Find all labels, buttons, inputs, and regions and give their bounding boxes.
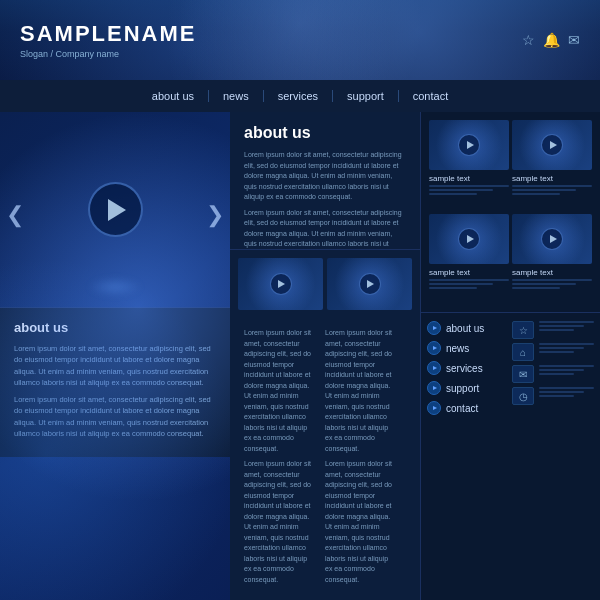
icon-text-4 bbox=[539, 387, 594, 397]
sample-thumb-4[interactable] bbox=[512, 214, 592, 264]
line bbox=[512, 279, 592, 281]
mail-icon-box[interactable]: ✉ bbox=[512, 365, 534, 383]
main-content: ❮ ❯ about us Lorem ipsum dolor sit amet,… bbox=[0, 112, 600, 600]
play-btn-sample-1[interactable] bbox=[458, 134, 480, 156]
line bbox=[512, 189, 576, 191]
line bbox=[429, 283, 493, 285]
middle-para-1: Lorem ipsum dolor sit amet, consectetur … bbox=[244, 150, 406, 203]
sample-item-2: sample text bbox=[512, 120, 592, 211]
middle-bottom-col2: Lorem ipsum dolor sit amet, consectetur … bbox=[325, 328, 406, 590]
menu-label-about: about us bbox=[446, 323, 484, 334]
header: SAMPLENAME Slogan / Company name ☆ 🔔 ✉ bbox=[0, 0, 600, 80]
play-btn-small-2[interactable] bbox=[359, 273, 381, 295]
middle-content: about us Lorem ipsum dolor sit amet, con… bbox=[230, 112, 420, 600]
sample-lines-3 bbox=[429, 279, 509, 289]
icon-text-2 bbox=[539, 343, 594, 353]
menu-label-contact: contact bbox=[446, 403, 478, 414]
play-btn-sample-3[interactable] bbox=[458, 228, 480, 250]
thumb-grid bbox=[230, 250, 420, 318]
about-text-1: Lorem ipsum dolor sit amet, consectetur … bbox=[14, 343, 216, 388]
sample-thumb-1[interactable] bbox=[429, 120, 509, 170]
right-top-grid: sample text sample text bbox=[421, 112, 600, 312]
sample-label-3: sample text bbox=[429, 268, 509, 277]
nav-services[interactable]: services bbox=[264, 90, 333, 102]
header-icons: ☆ 🔔 ✉ bbox=[522, 32, 580, 48]
main-nav: about us news services support contact bbox=[0, 80, 600, 112]
menu-arrow-icon bbox=[427, 401, 441, 415]
bottom-col2-text2: Lorem ipsum dolor sit amet, consectetur … bbox=[325, 459, 396, 585]
middle-bottom: Lorem ipsum dolor sit amet, consectetur … bbox=[230, 318, 420, 600]
star-icon-box[interactable]: ☆ bbox=[512, 321, 534, 339]
arrow-right[interactable]: ❯ bbox=[206, 202, 224, 228]
line bbox=[429, 279, 509, 281]
sample-label-1: sample text bbox=[429, 174, 509, 183]
sample-lines-2 bbox=[512, 185, 592, 195]
nav-contact[interactable]: contact bbox=[399, 90, 462, 102]
middle-section-title: about us bbox=[244, 124, 406, 142]
menu-label-news: news bbox=[446, 343, 469, 354]
arrow-left[interactable]: ❮ bbox=[6, 202, 24, 228]
play-btn-sample-2[interactable] bbox=[541, 134, 563, 156]
icon-row-4: ◷ bbox=[512, 387, 594, 405]
menu-arrow-icon bbox=[427, 341, 441, 355]
thumb-2[interactable] bbox=[327, 258, 412, 310]
nav-support[interactable]: support bbox=[333, 90, 399, 102]
icon-row-3: ✉ bbox=[512, 365, 594, 383]
bell-icon[interactable]: 🔔 bbox=[543, 32, 560, 48]
mail-icon[interactable]: ✉ bbox=[568, 32, 580, 48]
star-icon: ☆ bbox=[519, 325, 528, 336]
line bbox=[512, 185, 592, 187]
sample-item-1: sample text bbox=[429, 120, 509, 211]
menu-arrow-icon bbox=[427, 361, 441, 375]
line bbox=[512, 287, 560, 289]
clock-icon: ◷ bbox=[519, 391, 528, 402]
star-icon[interactable]: ☆ bbox=[522, 32, 535, 48]
line bbox=[539, 395, 574, 397]
icon-row-1: ☆ bbox=[512, 321, 594, 339]
menu-arrow-icon bbox=[427, 381, 441, 395]
sample-thumb-2[interactable] bbox=[512, 120, 592, 170]
right-menu-news[interactable]: news bbox=[427, 341, 500, 355]
middle-top: about us Lorem ipsum dolor sit amet, con… bbox=[230, 112, 420, 250]
icon-text-1 bbox=[539, 321, 594, 331]
menu-label-services: services bbox=[446, 363, 483, 374]
line bbox=[429, 287, 477, 289]
bottom-col1-text1: Lorem ipsum dolor sit amet, consectetur … bbox=[244, 328, 315, 454]
line bbox=[539, 329, 574, 331]
slider-area: ❮ ❯ about us Lorem ipsum dolor sit amet,… bbox=[0, 112, 230, 600]
right-icons-section: ☆ ⌂ bbox=[506, 313, 600, 600]
line bbox=[539, 387, 594, 389]
thumb-1[interactable] bbox=[238, 258, 323, 310]
right-menu-about[interactable]: about us bbox=[427, 321, 500, 335]
slider-reflection bbox=[88, 277, 143, 297]
play-button-large[interactable] bbox=[88, 182, 143, 237]
line bbox=[539, 351, 574, 353]
play-btn-sample-4[interactable] bbox=[541, 228, 563, 250]
about-section-left: about us Lorem ipsum dolor sit amet, con… bbox=[0, 307, 230, 457]
menu-arrow-icon bbox=[427, 321, 441, 335]
about-text-2: Lorem ipsum dolor sit amet, consectetur … bbox=[14, 394, 216, 439]
mail-icon: ✉ bbox=[519, 369, 527, 380]
home-icon-box[interactable]: ⌂ bbox=[512, 343, 534, 361]
home-icon: ⌂ bbox=[520, 347, 526, 358]
line bbox=[512, 193, 560, 195]
slider-top: ❮ ❯ bbox=[0, 112, 230, 307]
right-bottom: about us news services support contact bbox=[421, 312, 600, 600]
line bbox=[429, 189, 493, 191]
right-menu-support[interactable]: support bbox=[427, 381, 500, 395]
sample-thumb-3[interactable] bbox=[429, 214, 509, 264]
menu-label-support: support bbox=[446, 383, 479, 394]
nav-about[interactable]: about us bbox=[138, 90, 209, 102]
nav-news[interactable]: news bbox=[209, 90, 264, 102]
right-menu-contact[interactable]: contact bbox=[427, 401, 500, 415]
clock-icon-box[interactable]: ◷ bbox=[512, 387, 534, 405]
line bbox=[539, 391, 584, 393]
right-sidebar: sample text sample text bbox=[420, 112, 600, 600]
right-menu-services[interactable]: services bbox=[427, 361, 500, 375]
sample-label-4: sample text bbox=[512, 268, 592, 277]
play-btn-small-1[interactable] bbox=[270, 273, 292, 295]
logo-slogan: Slogan / Company name bbox=[20, 49, 522, 59]
line bbox=[539, 369, 584, 371]
line bbox=[539, 365, 594, 367]
bottom-col1-text2: Lorem ipsum dolor sit amet, consectetur … bbox=[244, 459, 315, 585]
